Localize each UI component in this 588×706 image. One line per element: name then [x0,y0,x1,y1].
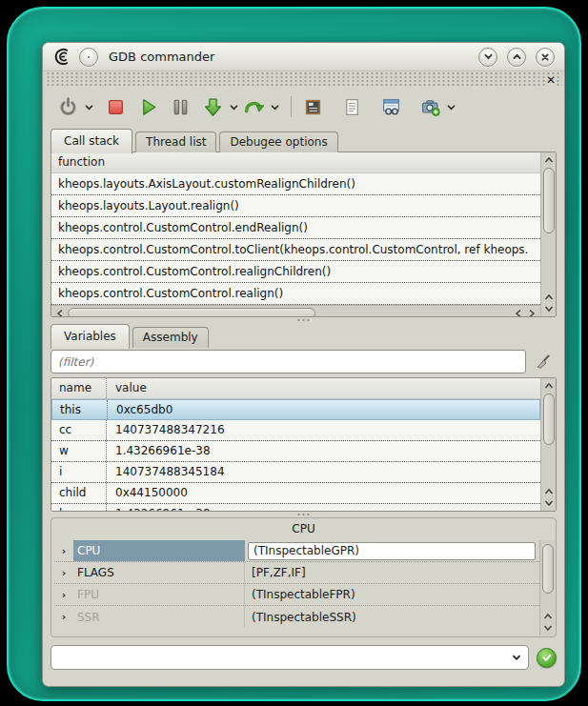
variable-row[interactable]: this 0xc65db0 [51,399,540,420]
scroll-left-icon[interactable] [513,308,524,317]
scroll-up-icon[interactable] [543,486,555,497]
cpu-register-row[interactable]: › FLAGS [PF,ZF,IF] [54,562,539,584]
variables-vscrollbar[interactable] [540,378,556,511]
variable-row[interactable]: cc 140737488347216 [51,420,540,441]
combobox-dropdown-icon[interactable] [511,652,522,663]
titlebar: GDB commander [43,43,564,71]
splitter-grip[interactable] [296,318,312,322]
cpu-value-editor[interactable]: (TInspectableGPR) [248,542,536,560]
cpu-register-row[interactable]: › SSR (TInspectableSSR) [54,606,539,628]
callstack-row[interactable]: kheops.layouts.AxisLayout.customRealignC… [51,173,540,195]
shade-button[interactable] [478,48,497,67]
splitter-grip[interactable] [296,513,312,516]
run-button[interactable] [135,93,161,120]
callstack-row[interactable]: kheops.control.CustomControl.toClient(kh… [51,239,540,261]
window-menu-button[interactable] [79,48,98,67]
expander-icon[interactable]: › [54,545,73,557]
filter-row [51,349,557,374]
scroll-right-icon[interactable] [526,308,537,317]
stack-tabbar: Call stack Thread list Debugee options [51,128,557,152]
tab-call-stack[interactable]: Call stack [51,129,132,153]
debug-toolbar [43,90,564,124]
callstack-row[interactable]: kheops.control.CustomControl.realignChil… [51,261,540,283]
cpu-register-row[interactable]: › CPU (TInspectableGPR) [54,540,539,562]
expander-icon[interactable]: › [54,611,73,623]
window-controls [478,48,555,67]
window-title: GDB commander [109,50,472,64]
step-over-button[interactable] [241,93,267,120]
hscroll-thumb[interactable] [68,308,315,317]
cpu-vscrollbar[interactable] [539,540,555,635]
cpu-groupbox-title: CPU [51,518,556,539]
variable-row[interactable]: child 0x44150000 [51,483,540,504]
callstack-vscrollbar[interactable] [540,152,556,316]
snapshot-dropdown-arrow[interactable] [444,93,458,120]
vscroll-thumb[interactable] [543,393,555,445]
log-view-button[interactable] [339,93,365,120]
gdb-command-input[interactable] [57,650,511,665]
variables-header: name value [51,378,540,399]
scroll-down-icon[interactable] [542,622,554,634]
app-logo-icon [52,47,72,67]
scroll-up-icon[interactable] [543,154,555,166]
gdb-command-combobox[interactable] [51,645,529,670]
close-button[interactable] [536,48,555,67]
scroll-up-icon[interactable] [543,292,555,303]
tab-thread-list[interactable]: Thread list [135,131,216,152]
variable-row[interactable]: w 1.43266961e-38 [51,441,540,462]
scroll-down-icon[interactable] [543,497,555,509]
column-header-name[interactable]: name [51,378,107,398]
filter-input[interactable] [51,350,526,373]
vscroll-thumb[interactable] [543,168,555,233]
call-stack-panel: function kheops.layouts.AxisLayout.custo… [51,151,557,317]
dock-drag-handle[interactable]: ✕ [45,72,562,88]
toolbar-separator [291,96,292,117]
power-dropdown-arrow[interactable] [82,93,96,120]
expander-icon[interactable]: › [54,589,73,601]
callstack-row[interactable]: kheops.layouts.Layout.realign() [51,195,540,217]
scroll-down-icon[interactable] [543,303,555,314]
scroll-up-icon[interactable] [542,611,554,622]
dock-close-icon[interactable]: ✕ [545,74,557,86]
gdb-commander-window: GDB commander ✕ [42,42,565,687]
callstack-column-header[interactable]: function [51,152,540,173]
tab-debugee-options[interactable]: Debugee options [219,131,337,152]
scroll-up-icon[interactable] [543,380,555,392]
send-command-button[interactable] [537,648,557,668]
clear-filter-button[interactable] [532,350,557,374]
pause-button[interactable] [168,93,193,120]
callstack-row[interactable]: kheops.control.CustomControl.endRealign(… [51,217,540,239]
callstack-row[interactable]: kheops.control.CustomControl.realign() [51,283,540,305]
step-over-dropdown-arrow[interactable] [268,93,282,120]
cpu-register-row[interactable]: › FPU (TInspectableFPR) [54,584,539,606]
step-into-button[interactable] [200,93,226,120]
scroll-left-icon[interactable] [54,308,66,317]
watches-button[interactable] [378,93,404,120]
tab-variables[interactable]: Variables [51,324,130,349]
expander-icon[interactable]: › [54,567,73,579]
power-button[interactable] [55,93,81,120]
stop-button[interactable] [103,93,129,120]
variable-row[interactable]: i 140737488345184 [51,462,540,483]
column-header-value[interactable]: value [107,378,147,398]
tab-assembly[interactable]: Assembly [132,327,209,348]
cpu-view-button[interactable] [300,93,326,120]
step-into-dropdown-arrow[interactable] [227,93,241,120]
snapshot-button[interactable] [417,93,443,120]
teal-outer-frame: GDB commander ✕ [7,7,581,701]
callstack-hscrollbar[interactable] [51,305,540,316]
maximize-button[interactable] [507,48,526,67]
vscroll-thumb[interactable] [542,544,554,594]
command-row [51,644,557,671]
variable-row[interactable]: b 1.43266961e-38 [51,504,540,511]
variables-panel: name value this 0xc65db0 cc 140737488347… [51,377,557,512]
variables-tabbar: Variables Assembly [51,323,557,348]
cpu-groupbox: CPU › CPU (TInspectableGPR) › FLAGS [PF,… [51,517,557,637]
